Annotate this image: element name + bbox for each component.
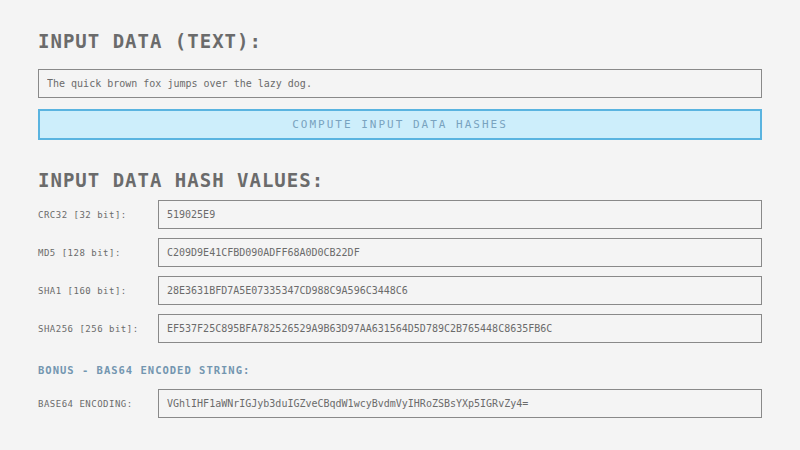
base64-value-field[interactable] bbox=[158, 389, 762, 418]
base64-bonus-heading: BONUS - BAS64 ENCODED STRING: bbox=[38, 364, 762, 376]
main-panel: INPUT DATA (TEXT): COMPUTE INPUT DATA HA… bbox=[0, 0, 800, 418]
sha256-value-field[interactable] bbox=[158, 314, 762, 343]
input-data-heading: INPUT DATA (TEXT): bbox=[38, 30, 762, 52]
hash-row-crc32: CRC32 [32 bit]: bbox=[38, 200, 762, 229]
hash-row-sha1: SHA1 [160 bit]: bbox=[38, 276, 762, 305]
crc32-label: CRC32 [32 bit]: bbox=[38, 210, 158, 220]
md5-label: MD5 [128 bit]: bbox=[38, 248, 158, 258]
sha256-label: SHA256 [256 bit]: bbox=[38, 324, 158, 334]
sha1-label: SHA1 [160 bit]: bbox=[38, 286, 158, 296]
hash-row-md5: MD5 [128 bit]: bbox=[38, 238, 762, 267]
hash-rows: CRC32 [32 bit]: MD5 [128 bit]: SHA1 [160… bbox=[38, 200, 762, 343]
hash-row-sha256: SHA256 [256 bit]: bbox=[38, 314, 762, 343]
hash-values-heading: INPUT DATA HASH VALUES: bbox=[38, 169, 762, 191]
input-data-text-field[interactable] bbox=[38, 69, 762, 98]
compute-hashes-button[interactable]: COMPUTE INPUT DATA HASHES bbox=[38, 109, 762, 140]
sha1-value-field[interactable] bbox=[158, 276, 762, 305]
md5-value-field[interactable] bbox=[158, 238, 762, 267]
base64-row: BASE64 ENCODING: bbox=[38, 389, 762, 418]
crc32-value-field[interactable] bbox=[158, 200, 762, 229]
base64-label: BASE64 ENCODING: bbox=[38, 399, 158, 409]
